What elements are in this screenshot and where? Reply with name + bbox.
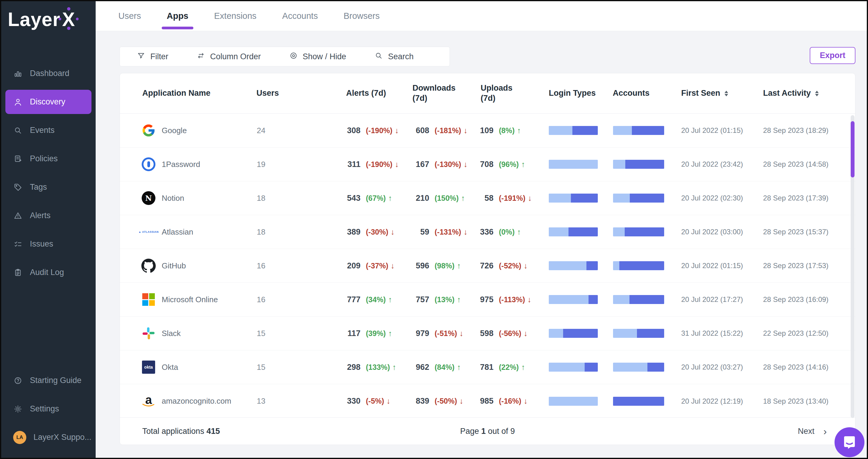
app-name: Google [162, 114, 251, 147]
login-types-bar [549, 317, 598, 350]
accounts-bar [613, 114, 664, 147]
first-seen: 20 Jul 2022 (23:42) [681, 147, 756, 181]
table-row[interactable]: 1Password 19 311 (-190%)↓ 167 (-130%)↓ 7… [120, 147, 855, 181]
microsoft-icon [140, 283, 157, 316]
trend-arrow-icon: ↑ [517, 227, 521, 237]
sidebar-item-alerts[interactable]: Alerts [1, 201, 96, 230]
uploads-value: 708 [452, 147, 494, 181]
table-footer: Total applications 415 Page 1 out of 9 N… [120, 418, 855, 444]
sidebar-item-label: Settings [30, 404, 59, 413]
sidebar-item-issues[interactable]: Issues [1, 230, 96, 258]
search-icon [13, 126, 23, 135]
col-header-application-name: Application Name [142, 73, 210, 113]
sidebar-item-label: Dashboard [30, 69, 69, 78]
sidebar-item-policies[interactable]: Policies [1, 145, 96, 173]
table-row[interactable]: Slack 15 117 (39%)↑ 979 (-51%)↓ 598 (-56… [120, 317, 855, 350]
sidebar-item-events[interactable]: Events [1, 116, 96, 145]
sidebar-item-dashboard[interactable]: Dashboard [1, 59, 96, 88]
downloads-value: 596 [388, 249, 429, 283]
col-header-accounts: Accounts [613, 73, 650, 113]
col-header-first-seen[interactable]: First Seen [681, 73, 728, 113]
alerts-value: 117 [319, 317, 361, 350]
app-name: Slack [162, 317, 251, 350]
user-icon [13, 97, 23, 107]
sidebar-item-starting-guide[interactable]: Starting Guide [1, 366, 96, 395]
accounts-bar [613, 249, 664, 283]
table-row[interactable]: GitHub 16 209 (-37%)↓ 596 (98%)↑ 726 (-5… [120, 249, 855, 283]
accounts-bar [613, 147, 664, 181]
trend-arrow-icon: ↑ [517, 126, 521, 135]
uploads-change: (-56%)↓ [499, 317, 554, 350]
next-page-button[interactable]: Next› [798, 426, 827, 436]
column-order-button[interactable]: Column Order [197, 52, 261, 62]
first-seen: 20 Jul 2022 (17:27) [681, 283, 756, 316]
users-count: 13 [257, 384, 284, 418]
show-hide-button[interactable]: Show / Hide [290, 52, 346, 62]
table-scrollbar-thumb[interactable] [851, 121, 855, 177]
sidebar-item-audit-log[interactable]: Audit Log [1, 258, 96, 287]
table-row[interactable]: Google 24 308 (-190%)↓ 608 (-181%)↓ 109 … [120, 114, 855, 147]
trend-arrow-icon: ↓ [524, 397, 528, 406]
active-tab-underline [162, 27, 193, 29]
sort-icon[interactable] [815, 91, 819, 96]
accounts-bar [613, 384, 664, 418]
chat-bubble-icon [843, 435, 856, 449]
export-button[interactable]: Export [810, 47, 856, 64]
accounts-bar [613, 317, 664, 350]
sort-icon[interactable] [724, 91, 728, 96]
tab-browsers[interactable]: Browsers [343, 1, 380, 31]
alerts-value: 298 [319, 350, 361, 384]
chat-launcher-button[interactable] [835, 427, 864, 457]
tab-extensions[interactable]: Extensions [214, 1, 256, 31]
table-header-row: Application Name Users Alerts (7d) Downl… [120, 73, 855, 114]
help-icon [13, 376, 23, 385]
swap-arrows-icon [197, 52, 205, 62]
tab-accounts[interactable]: Accounts [282, 1, 318, 31]
downloads-value: 210 [388, 181, 429, 215]
sidebar-item-support[interactable]: LA LayerX Suppo... [1, 423, 96, 452]
apps-table: Application Name Users Alerts (7d) Downl… [120, 73, 856, 445]
sidebar-item-label: Issues [30, 239, 53, 249]
users-count: 19 [257, 147, 284, 181]
last-activity: 22 Sep 2023 (12:50) [763, 317, 838, 350]
uploads-value: 109 [452, 114, 494, 147]
login-types-bar [549, 249, 598, 283]
eye-icon [290, 52, 298, 62]
tab-apps[interactable]: Apps [167, 1, 189, 31]
logo-text: Layer [8, 8, 60, 30]
downloads-value: 979 [388, 317, 429, 350]
table-row[interactable]: N Notion 18 543 (67%)↑ 210 (150%)↑ 58 (-… [120, 181, 855, 215]
sidebar-item-tags[interactable]: Tags [1, 173, 96, 201]
last-activity: 28 Sep 2023 (15:37) [763, 215, 838, 249]
main-content: Users Apps Extensions Accounts Browsers … [96, 1, 867, 458]
trend-arrow-icon: ↑ [521, 160, 525, 169]
table-row[interactable]: okta Okta 15 298 (133%)↑ 962 (84%)↑ 781 … [120, 350, 855, 384]
uploads-value: 726 [452, 249, 494, 283]
table-row[interactable]: ▲ ATLASSIAN Atlassian 18 389 (-30%)↓ 59 … [120, 215, 855, 249]
trend-arrow-icon: ↓ [524, 329, 528, 338]
okta-icon: okta [140, 350, 157, 384]
first-seen: 20 Jul 2022 (02:30) [681, 181, 756, 215]
downloads-value: 962 [388, 350, 429, 384]
downloads-value: 167 [388, 147, 429, 181]
downloads-value: 839 [388, 384, 429, 418]
table-scrollbar-track[interactable] [851, 115, 855, 418]
uploads-value: 975 [452, 283, 494, 316]
trend-arrow-icon: ↓ [528, 194, 532, 203]
trend-arrow-icon: ↓ [524, 261, 528, 270]
users-count: 18 [257, 215, 284, 249]
last-activity: 28 Sep 2023 (17:53) [763, 249, 838, 283]
table-row[interactable]: Microsoft Online 16 777 (34%)↑ 757 (13%)… [120, 283, 855, 317]
sidebar-item-settings[interactable]: Settings [1, 395, 96, 423]
filter-button[interactable]: Filter [137, 52, 168, 62]
search-button[interactable]: Search [375, 52, 414, 62]
uploads-change: (-113%)↓ [499, 283, 554, 316]
accounts-bar [613, 181, 664, 215]
last-activity: 28 Sep 2023 (18:29) [763, 114, 838, 147]
checklist-icon [13, 239, 23, 249]
sidebar-item-discovery[interactable]: Discovery [5, 90, 91, 114]
users-count: 15 [257, 350, 284, 384]
col-header-last-activity[interactable]: Last Activity [763, 73, 819, 113]
tab-users[interactable]: Users [118, 1, 141, 31]
table-row[interactable]: a amazoncognito.com 13 330 (-5%)↓ 839 (-… [120, 384, 855, 418]
